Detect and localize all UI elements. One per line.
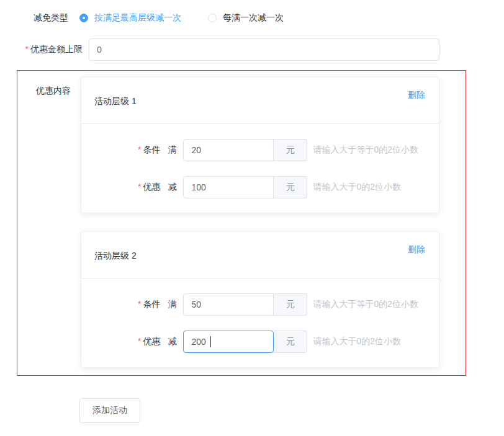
discount-label: *优惠: [138, 336, 160, 347]
discount-content-label: 优惠内容: [17, 86, 71, 97]
discount-verb: 减: [168, 336, 176, 347]
discount-verb: 减: [168, 182, 176, 193]
add-activity-button[interactable]: 添加活动: [79, 398, 140, 423]
reduction-type-row: 减免类型 按满足最高层级减一次 每满一次减一次: [0, 12, 284, 24]
required-asterisk: *: [138, 182, 141, 192]
condition-hint-text: 请输入大于等于0的2位小数: [313, 299, 418, 310]
discount-content-section: 优惠内容 活动层级 1 删除 *条件 满 元 请输入大于等于0的2位小数: [17, 70, 466, 376]
discount-input-wrap-focused: [183, 331, 274, 353]
tier-2-condition-row: *条件 满 元 请输入大于等于0的2位小数: [81, 293, 439, 316]
condition-verb: 满: [168, 145, 176, 156]
tier-card-1-header: 活动层级 1 删除: [81, 78, 439, 124]
yuan-unit-suffix: 元: [274, 331, 307, 353]
condition-input-wrap: [183, 293, 274, 316]
radio-every-time[interactable]: 每满一次减一次: [208, 12, 284, 24]
tier-2-discount-input[interactable]: [183, 331, 274, 353]
yuan-unit-suffix: 元: [274, 139, 307, 161]
condition-label-text: 条件: [143, 145, 160, 154]
discount-label-text: 优惠: [143, 336, 160, 346]
tier-card-1: 活动层级 1 删除 *条件 满 元 请输入大于等于0的2位小数 *优惠 减: [81, 77, 439, 213]
yuan-unit-suffix: 元: [274, 176, 307, 198]
tier-1-discount-input[interactable]: [183, 176, 274, 198]
discount-label: *优惠: [138, 182, 160, 193]
tier-card-2: 活动层级 2 删除 *条件 满 元 请输入大于等于0的2位小数 *优惠 减: [81, 231, 439, 368]
condition-input-group: 元: [183, 139, 307, 161]
text-caret: [210, 336, 211, 347]
tier-1-delete-link[interactable]: 删除: [408, 90, 425, 101]
tier-card-2-header: 活动层级 2 删除: [81, 232, 439, 278]
tier-1-condition-input[interactable]: [183, 139, 274, 161]
discount-hint-text: 请输入大于0的2位小数: [313, 182, 401, 193]
radio-selected-icon[interactable]: [79, 14, 88, 22]
required-asterisk: *: [138, 299, 141, 309]
required-asterisk: *: [25, 44, 29, 54]
discount-hint-text: 请输入大于0的2位小数: [313, 336, 401, 347]
yuan-unit-suffix: 元: [274, 293, 307, 316]
discount-limit-input[interactable]: [89, 38, 439, 61]
radio-highest-tier-once[interactable]: 按满足最高层级减一次: [79, 12, 181, 24]
tier-2-discount-row: *优惠 减 元 请输入大于0的2位小数: [81, 331, 439, 353]
condition-hint-text: 请输入大于等于0的2位小数: [313, 145, 418, 156]
discount-label-text: 优惠: [143, 182, 160, 192]
radio-highest-tier-once-label[interactable]: 按满足最高层级减一次: [94, 12, 181, 24]
condition-input-group: 元: [183, 293, 307, 316]
condition-input-wrap: [183, 139, 274, 161]
tier-2-delete-link[interactable]: 删除: [408, 244, 425, 256]
condition-verb: 满: [168, 299, 176, 310]
tier-1-condition-row: *条件 满 元 请输入大于等于0的2位小数: [81, 139, 439, 161]
discount-limit-label-text: 优惠金额上限: [30, 44, 83, 54]
promotion-form: 减免类型 按满足最高层级减一次 每满一次减一次 *优惠金额上限 优惠内容 活动层…: [0, 0, 504, 436]
discount-input-group: 元: [183, 176, 307, 198]
discount-limit-row: *优惠金额上限: [0, 38, 439, 61]
required-asterisk: *: [138, 145, 141, 154]
tier-2-title: 活动层级 2: [94, 251, 137, 262]
tier-2-condition-input[interactable]: [183, 293, 274, 316]
discount-input-group: 元: [183, 331, 307, 353]
required-asterisk: *: [138, 336, 141, 346]
condition-label: *条件: [138, 145, 160, 156]
discount-input-wrap: [183, 176, 274, 198]
condition-label: *条件: [138, 299, 160, 310]
tier-1-title: 活动层级 1: [94, 96, 137, 107]
reduction-type-label: 减免类型: [0, 12, 68, 24]
discount-limit-label: *优惠金额上限: [0, 44, 83, 55]
condition-label-text: 条件: [143, 299, 160, 309]
radio-unselected-icon[interactable]: [208, 14, 217, 22]
radio-every-time-label[interactable]: 每满一次减一次: [223, 12, 284, 24]
tier-1-discount-row: *优惠 减 元 请输入大于0的2位小数: [81, 176, 439, 198]
